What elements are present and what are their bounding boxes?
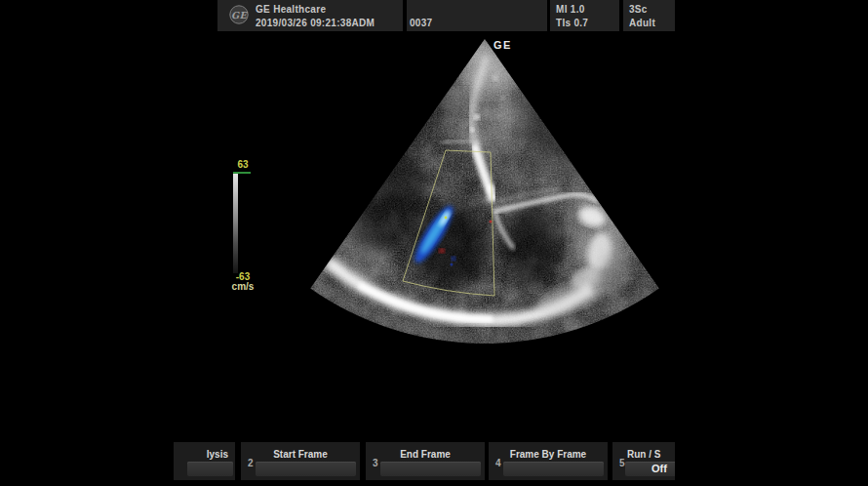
softkey-analysis-button[interactable]: [187, 462, 233, 476]
softkey-frame-by-frame[interactable]: 4 Frame By Frame: [489, 442, 608, 480]
softkey-analysis[interactable]: lysis: [174, 442, 235, 480]
softkey-start-frame-button[interactable]: [256, 462, 356, 476]
sector-image: [293, 29, 683, 351]
softkey-frame-by-frame-button[interactable]: [503, 462, 604, 476]
softkey-start-frame-label: Start Frame: [241, 449, 360, 460]
softkey-start-frame[interactable]: 2 Start Frame: [241, 442, 360, 480]
softkey-end-frame-label: End Frame: [366, 449, 485, 460]
softkey-analysis-label: lysis: [207, 449, 228, 460]
ultrasound-image: [0, 0, 868, 486]
softkey-run-stop-label: Run / S: [627, 449, 660, 460]
ultrasound-screen: GE GE Healthcare 2019/03/26 09:21:38ADM …: [0, 0, 868, 486]
softkey-run-stop-value: Off: [651, 463, 667, 474]
softkey-run-stop[interactable]: 5 Run / S Off: [612, 442, 675, 480]
softkey-end-frame-button[interactable]: [380, 462, 481, 476]
softkey-end-frame[interactable]: 3 End Frame: [366, 442, 485, 480]
vendor-watermark: GE: [493, 39, 512, 51]
softkey-frame-by-frame-label: Frame By Frame: [489, 449, 608, 460]
softkey-run-stop-button[interactable]: [625, 462, 675, 476]
softkey-number: 5: [619, 458, 625, 468]
